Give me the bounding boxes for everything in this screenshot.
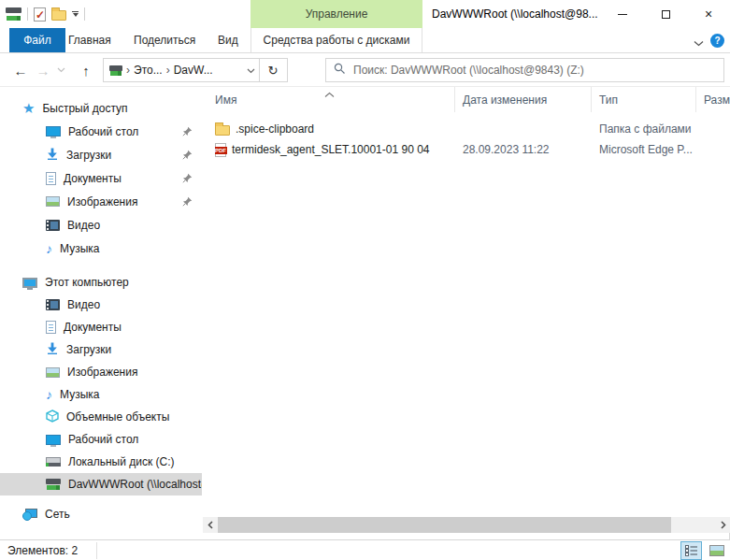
pdf-file-icon: PDF: [215, 143, 226, 157]
close-button[interactable]: ×: [687, 0, 730, 28]
pin-icon: [182, 126, 193, 139]
ribbon-tab-strip: Файл Главная Поделиться Вид Средства раб…: [0, 28, 730, 53]
sidebar-item-label: Загрузки: [66, 149, 111, 162]
sidebar-item-label: Документы: [64, 321, 122, 334]
pictures-icon: [46, 367, 60, 378]
scrollbar-thumb[interactable]: [218, 517, 671, 533]
downloads-icon: [46, 342, 59, 357]
sidebar-item-label: Музыка: [60, 242, 99, 255]
sidebar-item-desktop[interactable]: Рабочий стол: [0, 428, 202, 451]
column-header-date-modified[interactable]: Дата изменения: [455, 87, 592, 112]
tab-file[interactable]: Файл: [9, 28, 65, 52]
sidebar-item-downloads[interactable]: Загрузки: [0, 338, 202, 361]
sidebar-item-label: Видео: [67, 298, 100, 311]
desktop-icon: [46, 435, 61, 445]
desktop-icon: [46, 126, 61, 136]
scroll-right-arrow-icon[interactable]: [716, 517, 730, 533]
file-row-termidesk-agent[interactable]: PDF termidesk_agent_SLET.10001-01 90 04 …: [203, 139, 730, 160]
pin-icon: [182, 196, 193, 209]
sidebar-item-music[interactable]: ♪ Музыка: [0, 237, 202, 260]
column-header-size[interactable]: Размер: [696, 87, 730, 112]
customize-qat-dropdown-icon[interactable]: [72, 11, 79, 17]
sidebar-item-quick-access[interactable]: ★ Быстрый доступ: [0, 96, 202, 120]
tab-drive-tools[interactable]: Средства работы с дисками: [250, 28, 422, 52]
quick-access-toolbar: ✓: [6, 4, 85, 24]
file-date: 28.09.2023 11:22: [463, 139, 592, 160]
tab-view[interactable]: Вид: [218, 28, 238, 52]
items-count: Элементов: 2: [7, 544, 78, 557]
sidebar-item-label: Быстрый доступ: [42, 102, 127, 115]
documents-icon: [46, 321, 56, 334]
minimize-button[interactable]: [601, 0, 644, 28]
section-gap: [0, 495, 202, 503]
location-drive-icon: [109, 65, 122, 76]
explorer-window: ✓ Управление DavWWWRoot (\\localhost@98.…: [0, 0, 730, 560]
breadcrumb-segment-this-pc[interactable]: Это...: [134, 64, 163, 77]
search-input[interactable]: [353, 64, 716, 77]
window-drive-icon: [6, 7, 21, 21]
file-row-spice-clipboard[interactable]: .spice-clipboard Папка с файлами: [203, 119, 730, 139]
column-header-name[interactable]: Имя: [203, 87, 455, 112]
large-icons-view-button[interactable]: [706, 541, 727, 560]
maximize-icon: [662, 10, 670, 19]
sidebar-item-3d-objects[interactable]: Объемные объекты: [0, 406, 202, 428]
separator: [84, 7, 85, 21]
recent-locations-chevron-icon[interactable]: [54, 53, 67, 87]
sidebar-item-davwwwroot[interactable]: DavWWWRoot (\\localhost@9: [0, 473, 202, 495]
separator: [27, 7, 28, 21]
sidebar-item-label: Этот компьютер: [45, 276, 129, 289]
file-date: [463, 119, 592, 139]
details-view-button[interactable]: [680, 541, 702, 560]
file-type: Папка с файлами: [599, 119, 696, 139]
sidebar-item-documents[interactable]: Документы: [0, 316, 202, 338]
sidebar-item-videos[interactable]: Видео: [0, 294, 202, 316]
computer-icon: [22, 278, 37, 288]
minimize-icon: [618, 14, 627, 15]
up-button[interactable]: ↑: [75, 53, 97, 87]
breadcrumb-separator: ›: [126, 64, 130, 77]
breadcrumb-segment-davwwwroot[interactable]: DavW...: [174, 64, 213, 77]
sidebar-item-pictures[interactable]: Изображения: [0, 361, 202, 383]
network-drive-icon: [46, 479, 61, 490]
ribbon-collapse-chevron-icon[interactable]: [694, 36, 704, 50]
status-bar: Элементов: 2: [0, 539, 730, 560]
new-folder-icon[interactable]: [51, 10, 66, 21]
breadcrumb-separator: ›: [166, 64, 170, 77]
sidebar-item-label: Объемные объекты: [66, 410, 169, 424]
sidebar-item-pictures[interactable]: Изображения: [0, 190, 202, 213]
pdf-badge: PDF: [215, 147, 227, 154]
sidebar-item-music[interactable]: ♪ Музыка: [0, 383, 202, 406]
tab-share[interactable]: Поделиться: [134, 28, 195, 52]
quick-access-star-icon: ★: [22, 101, 35, 115]
search-box[interactable]: [325, 58, 724, 82]
sidebar-item-label: Документы: [64, 172, 122, 185]
tab-home[interactable]: Главная: [68, 28, 111, 52]
column-header-type[interactable]: Тип: [592, 87, 696, 112]
maximize-button[interactable]: [644, 0, 687, 28]
window-title: DavWWWRoot (\\localhost@98...: [432, 7, 598, 21]
horizontal-scrollbar[interactable]: [203, 517, 730, 533]
address-dropdown-chevron-icon[interactable]: [247, 64, 255, 77]
sidebar-item-desktop[interactable]: Рабочий стол: [0, 120, 202, 143]
sidebar-item-label: Видео: [67, 219, 100, 232]
sidebar-item-network[interactable]: Сеть: [0, 503, 202, 525]
sidebar-item-documents[interactable]: Документы: [0, 166, 202, 190]
back-button[interactable]: ←: [9, 53, 32, 87]
music-icon: ♪: [46, 388, 52, 401]
forward-button[interactable]: →: [34, 53, 52, 87]
properties-icon[interactable]: ✓: [34, 7, 46, 22]
view-toggle-group: [680, 541, 727, 560]
video-icon: [46, 220, 60, 231]
sidebar-item-local-disk-c[interactable]: Локальный диск (C:): [0, 451, 202, 473]
file-list-pane: Имя Дата изменения Тип Размер .spice-cli…: [203, 87, 730, 517]
documents-icon: [46, 172, 56, 185]
sidebar-item-downloads[interactable]: Загрузки: [0, 143, 202, 166]
sidebar-item-this-pc[interactable]: Этот компьютер: [0, 271, 202, 294]
sidebar-item-label: Изображения: [67, 195, 137, 208]
help-button[interactable]: ?: [710, 34, 724, 48]
sidebar-item-videos[interactable]: Видео: [0, 213, 202, 237]
refresh-button[interactable]: ↻: [259, 58, 288, 82]
scroll-left-arrow-icon[interactable]: [203, 517, 217, 533]
music-icon: ♪: [46, 242, 52, 255]
address-bar[interactable]: › Это... › DavW...: [103, 58, 260, 82]
